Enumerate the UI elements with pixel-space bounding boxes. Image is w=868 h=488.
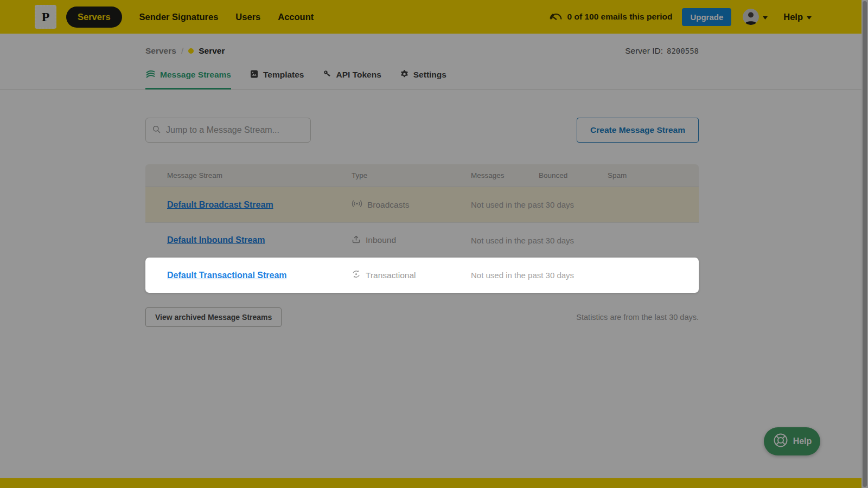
tab-label: API Tokens: [336, 70, 381, 80]
scrollbar-track: [861, 0, 868, 488]
stream-type: Broadcasts: [367, 200, 410, 210]
col-messages: Messages: [471, 171, 539, 179]
tab-label: Templates: [263, 70, 304, 80]
plan-usage: 0 of 100 emails this period: [550, 12, 673, 22]
streams-toolbar: Create Message Stream: [145, 118, 699, 143]
nav-help-menu[interactable]: Help: [783, 12, 812, 22]
streams-icon: [145, 69, 156, 81]
broadcast-icon: [352, 200, 362, 210]
col-message-stream: Message Stream: [167, 171, 352, 179]
stream-usage: Not used in the past 30 days: [471, 236, 699, 245]
transactional-icon: [352, 269, 361, 281]
nav-help-label: Help: [783, 12, 803, 22]
stream-search-input[interactable]: [165, 125, 304, 136]
main-nav: Servers Sender Signatures Users Account: [66, 7, 314, 28]
stream-usage: Not used in the past 30 days: [471, 200, 699, 209]
bottom-yellow-strip: [0, 478, 868, 488]
breadcrumb: Servers / Server: [145, 46, 225, 56]
table-row-transactional: Default Transactional Stream Transaction…: [145, 258, 699, 293]
message-streams-table: Message Stream Type Messages Bounced Spa…: [145, 164, 699, 293]
tab-label: Settings: [413, 70, 446, 80]
breadcrumb-current: Server: [199, 46, 225, 56]
search-icon: [152, 125, 161, 136]
user-menu[interactable]: [743, 9, 768, 25]
stream-link-inbound[interactable]: Default Inbound Stream: [167, 235, 265, 245]
postmark-logo[interactable]: P: [35, 5, 56, 29]
inbound-icon: [352, 235, 361, 246]
nav-item-sender-signatures[interactable]: Sender Signatures: [139, 12, 219, 22]
server-id: Server ID: 8200558: [625, 46, 699, 56]
table-footer: View archived Message Streams Statistics…: [145, 307, 699, 327]
help-fab[interactable]: Help: [764, 427, 820, 455]
server-status-dot: [188, 48, 194, 54]
logo-letter: P: [42, 10, 50, 23]
tab-settings[interactable]: Settings: [400, 69, 446, 89]
top-navbar: P Servers Sender Signatures Users Accoun…: [0, 0, 868, 34]
scrollbar-thumb[interactable]: [863, 1, 867, 487]
col-spam: Spam: [608, 171, 699, 179]
table-header: Message Stream Type Messages Bounced Spa…: [145, 164, 699, 187]
stream-type: Transactional: [366, 271, 416, 280]
templates-icon: [250, 69, 259, 81]
tab-api-tokens[interactable]: API Tokens: [323, 69, 381, 89]
create-message-stream-button[interactable]: Create Message Stream: [577, 118, 699, 143]
user-menu-caret-icon: [763, 12, 768, 22]
usage-gauge-icon: [550, 12, 563, 22]
table-row-broadcast: Default Broadcast Stream Broadcasts Not …: [145, 187, 699, 222]
stream-link-transactional[interactable]: Default Transactional Stream: [167, 271, 287, 280]
user-avatar: [743, 9, 759, 25]
lifebuoy-icon: [773, 432, 789, 451]
view-archived-button[interactable]: View archived Message Streams: [145, 307, 282, 327]
breadcrumb-servers-link[interactable]: Servers: [145, 46, 176, 56]
server-id-label: Server ID:: [625, 46, 663, 56]
nav-item-users[interactable]: Users: [235, 12, 260, 22]
stream-type: Inbound: [366, 235, 396, 245]
nav-item-servers[interactable]: Servers: [66, 7, 122, 28]
table-row-inbound: Default Inbound Stream Inbound Not used …: [145, 222, 699, 258]
stream-search: [145, 118, 311, 143]
nav-item-account[interactable]: Account: [278, 12, 314, 22]
usage-text: 0 of 100 emails this period: [567, 12, 673, 22]
tab-templates[interactable]: Templates: [250, 69, 304, 89]
server-id-value: 8200558: [667, 47, 699, 55]
server-tabs: Message Streams Templates API Tokens Set…: [145, 69, 446, 89]
stream-usage: Not used in the past 30 days: [471, 271, 699, 280]
server-header: Servers / Server Server ID: 8200558 Mess…: [0, 34, 868, 90]
tab-message-streams[interactable]: Message Streams: [145, 69, 231, 89]
upgrade-button[interactable]: Upgrade: [682, 8, 731, 26]
key-icon: [323, 69, 332, 81]
breadcrumb-separator: /: [181, 46, 183, 56]
gear-icon: [400, 69, 409, 81]
stats-note: Statistics are from the last 30 days.: [576, 313, 699, 322]
help-fab-label: Help: [793, 436, 812, 446]
tab-label: Message Streams: [160, 70, 231, 80]
col-type: Type: [352, 171, 471, 179]
help-menu-caret-icon: [807, 12, 812, 22]
col-bounced: Bounced: [539, 171, 608, 179]
stream-link-broadcast[interactable]: Default Broadcast Stream: [167, 200, 273, 209]
